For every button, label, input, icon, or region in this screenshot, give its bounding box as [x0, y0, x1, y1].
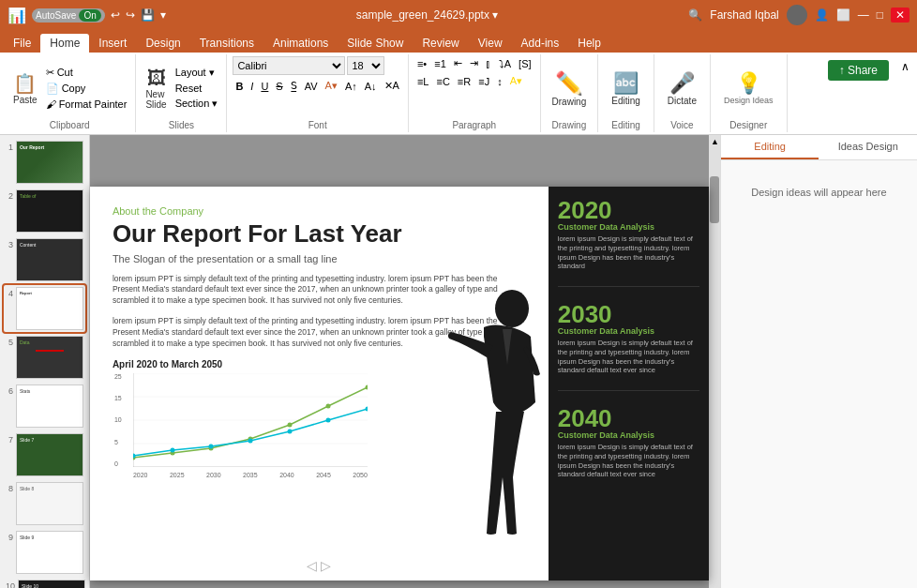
paste-label: Paste [13, 95, 38, 105]
share-button[interactable]: ↑ Share [828, 60, 889, 81]
align-justify-btn[interactable]: ≡J [475, 75, 492, 88]
slide-thumb-7[interactable]: 7 Slide 7 [4, 431, 85, 478]
slide-num-5: 5 [6, 338, 13, 347]
tab-help[interactable]: Help [568, 34, 610, 53]
slide-right-section: 2020 Customer Data Analysis lorem ipsum … [549, 187, 709, 580]
tab-slideshow[interactable]: Slide Show [338, 34, 413, 53]
tab-transitions[interactable]: Transitions [190, 34, 263, 53]
underline-btn[interactable]: U [258, 80, 271, 93]
slide-thumb-2[interactable]: 2 Table of [4, 188, 85, 234]
paste-button[interactable]: 📋 Paste [9, 70, 41, 107]
divider-1 [558, 286, 699, 287]
convert-to-smartart-btn[interactable]: [S] [516, 57, 534, 70]
slide-num-7: 7 [6, 435, 13, 445]
slide-thumb-9[interactable]: 9 Slide 9 [4, 529, 85, 576]
close-btn[interactable]: ✕ [891, 8, 909, 23]
voice-content: 🎤 Dictate [660, 56, 704, 120]
tab-design[interactable]: Design [136, 34, 189, 53]
line-spacing-btn[interactable]: ↕ [494, 75, 505, 88]
slide-thumb-10[interactable]: 10 Slide 10 [4, 578, 85, 588]
drawing-button[interactable]: ✏️ Drawing [547, 67, 593, 111]
clipboard-content: 📋 Paste ✂ Cut 📄 Copy 🖌 Format Painter [9, 56, 129, 120]
numbering-btn[interactable]: ≡1 [431, 57, 449, 70]
minimize-btn[interactable]: — [858, 8, 869, 22]
right-tab-ideas[interactable]: Ideas Design [819, 135, 917, 159]
text-direction-btn[interactable]: ⤵A [496, 57, 514, 70]
autosave-label: AutoSave [36, 10, 76, 21]
autosave-state[interactable]: On [79, 9, 100, 22]
designer-content: 💡 Design Ideas [716, 56, 781, 120]
dictate-button[interactable]: 🎤 Dictate [660, 68, 704, 110]
slide-thumb-3[interactable]: 3 Content [4, 236, 85, 283]
align-left-btn[interactable]: ≡L [414, 75, 432, 88]
search-icon[interactable]: 🔍 [688, 8, 702, 22]
bold-btn[interactable]: B [233, 80, 246, 93]
redo-btn[interactable]: ↪ [126, 8, 135, 22]
slide-img-7: Slide 7 [16, 433, 83, 476]
scroll-up-btn[interactable]: ▲ [709, 135, 720, 148]
clear-format-btn[interactable]: ✕A [382, 79, 402, 93]
highlight-btn[interactable]: A▾ [507, 74, 525, 88]
slides-label: Slides [169, 120, 194, 130]
account-btn[interactable]: 👤 [815, 8, 829, 22]
tab-review[interactable]: Review [413, 34, 468, 53]
next-arrow[interactable]: ▷ [321, 558, 331, 573]
ribbon-collapse-btn[interactable]: ∧ [901, 60, 909, 73]
designer-group-label: Designer [729, 120, 767, 130]
prev-arrow[interactable]: ◁ [307, 558, 317, 573]
slide-thumb-8[interactable]: 8 Slide 8 [4, 480, 85, 527]
tab-addins[interactable]: Add-ins [512, 34, 569, 53]
autosave-toggle[interactable]: AutoSave On [32, 8, 105, 23]
format-painter-btn[interactable]: 🖌 Format Painter [43, 98, 130, 111]
filename: sample_green_24629.pptx [356, 8, 489, 22]
fontsize-down-btn[interactable]: A↓ [362, 80, 380, 93]
slide-title: Our Report For Last Year [113, 220, 526, 248]
align-center-btn[interactable]: ≡C [433, 75, 452, 88]
tab-view[interactable]: View [469, 34, 512, 53]
slide-canvas[interactable]: About the Company Our Report For Last Ye… [90, 187, 709, 580]
tab-insert[interactable]: Insert [89, 34, 136, 53]
increase-indent-btn[interactable]: ⇥ [467, 56, 481, 70]
layout-btn[interactable]: Layout ▾ [173, 66, 221, 80]
year-2020: 2020 [558, 198, 699, 222]
svg-point-14 [170, 447, 174, 452]
tab-file[interactable]: File [4, 34, 40, 53]
tab-home[interactable]: Home [40, 34, 89, 53]
ribbon-display-btn[interactable]: ⬜ [836, 8, 850, 22]
align-right-btn[interactable]: ≡R [455, 75, 474, 88]
scroll-thumb-vertical[interactable] [710, 176, 719, 223]
slide-thumb-5[interactable]: 5 Data [4, 334, 85, 381]
copy-btn[interactable]: 📄 Copy [43, 82, 130, 96]
dropdown-icon[interactable]: ▾ [492, 8, 498, 22]
font-family-select[interactable]: Calibri [233, 56, 345, 75]
new-slide-button[interactable]: 🖼 NewSlide [142, 66, 170, 112]
fontsize-up-btn[interactable]: A↑ [342, 80, 360, 93]
save-btn[interactable]: 💾 [141, 8, 155, 22]
year-2030: 2030 [558, 302, 699, 326]
tab-animations[interactable]: Animations [263, 34, 338, 53]
design-ideas-button[interactable]: 💡 Design Ideas [716, 68, 781, 109]
strikethrough-btn[interactable]: S [273, 80, 285, 93]
columns-btn[interactable]: ⫿ [483, 57, 494, 70]
slide-thumb-6[interactable]: 6 Stats [4, 383, 85, 430]
person-svg [442, 280, 545, 580]
voice-group: 🎤 Dictate Voice [654, 54, 711, 132]
slide-thumb-4[interactable]: 4 Report [4, 285, 85, 332]
decrease-indent-btn[interactable]: ⇤ [451, 56, 465, 70]
charspacing-btn[interactable]: AV [302, 80, 321, 93]
right-tab-editing[interactable]: Editing [721, 135, 819, 159]
shadow-btn[interactable]: S̲ [288, 79, 300, 93]
maximize-btn[interactable]: □ [877, 8, 883, 22]
vertical-scrollbar[interactable]: ▲ ▼ [709, 135, 720, 588]
section-btn[interactable]: Section ▾ [173, 97, 221, 111]
reset-btn[interactable]: Reset [173, 82, 221, 95]
italic-btn[interactable]: I [248, 80, 256, 93]
editing-button[interactable]: 🔤 Editing [604, 68, 648, 110]
chart-svg [133, 373, 368, 467]
cut-btn[interactable]: ✂ Cut [43, 66, 130, 80]
slide-thumb-1[interactable]: 1 Our Report [4, 139, 85, 186]
fontcolor-btn[interactable]: A▾ [323, 79, 340, 93]
bullets-btn[interactable]: ≡• [414, 57, 429, 70]
undo-btn[interactable]: ↩ [111, 8, 120, 22]
font-size-select[interactable]: 18 [347, 56, 384, 75]
